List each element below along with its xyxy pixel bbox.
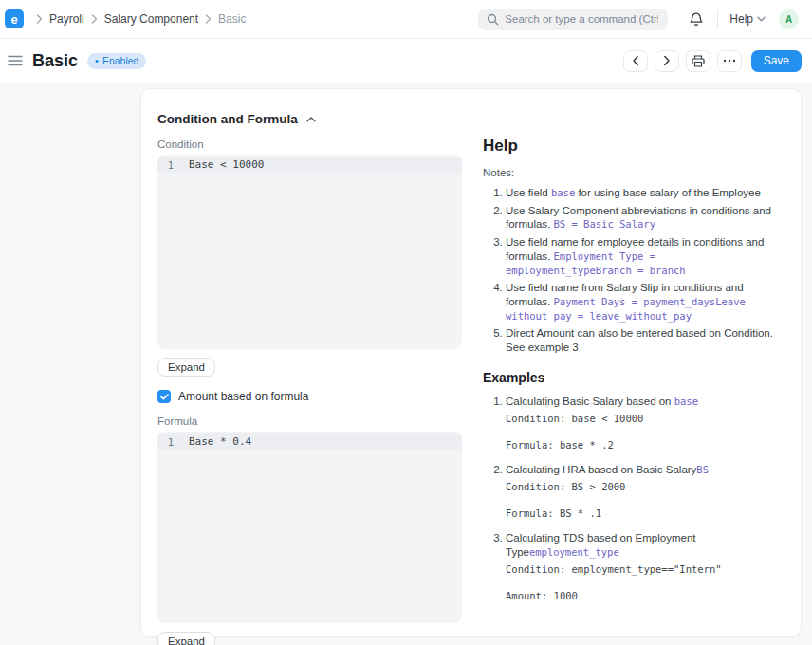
example-code-block: Condition: BS > 2000 Formula: BS * .1 — [506, 480, 778, 521]
section-title: Condition and Formula — [157, 112, 298, 126]
condition-editor[interactable]: 1 Base < 10000 — [157, 155, 462, 349]
help-notes-list: Use field base for using base salary of … — [483, 186, 778, 355]
help-example-item: Calculating Basic Salary based on baseCo… — [506, 395, 778, 452]
help-examples-list: Calculating Basic Salary based on baseCo… — [483, 395, 778, 602]
toolbar-actions: Save — [623, 50, 802, 72]
app-logo-icon[interactable]: e — [5, 9, 24, 28]
line-number: 1 — [157, 159, 182, 171]
editor-active-line: 1 Base * 0.4 — [157, 433, 462, 450]
notifications-button[interactable] — [687, 9, 706, 29]
formula-code: Base * 0.4 — [182, 435, 251, 448]
help-note-item: Use Salary Component abbreviations in co… — [506, 204, 778, 231]
navbar: e Payroll Salary Component Basic Help — [0, 0, 812, 39]
next-record-button[interactable] — [655, 50, 679, 72]
checkbox-label: Amount based on formula — [178, 390, 308, 403]
ellipsis-icon — [723, 59, 736, 63]
inline-code: BS = Basic Salary — [554, 218, 655, 230]
page-toolbar: Basic • Enabled Save — [0, 39, 812, 83]
amount-based-on-formula-checkbox[interactable]: Amount based on formula — [157, 390, 462, 403]
note-text: Direct Amount can also be entered based … — [506, 327, 773, 353]
divider — [717, 10, 718, 28]
chevron-right-icon — [663, 55, 671, 66]
note-text: Use field — [506, 187, 551, 198]
line-number: 1 — [157, 436, 182, 448]
condition-code: Base < 10000 — [182, 158, 264, 171]
printer-icon — [692, 55, 705, 67]
navbar-right: Help A — [687, 9, 799, 29]
inline-code: base — [551, 187, 575, 198]
search-icon — [487, 13, 499, 26]
status-badge: • Enabled — [87, 53, 146, 69]
condition-formula-column: Condition and Formula Condition 1 Base <… — [157, 112, 462, 621]
help-title: Help — [483, 137, 778, 156]
breadcrumb-salary-component[interactable]: Salary Component — [104, 12, 198, 26]
help-panel: Help Notes: Use field base for using bas… — [483, 112, 778, 621]
global-search — [478, 9, 668, 30]
chevron-right-icon — [36, 14, 43, 24]
help-note-item: Use field name from Salary Slip in condi… — [506, 281, 778, 322]
chevron-up-icon — [306, 117, 316, 122]
help-menu-label: Help — [729, 12, 753, 26]
example-title: Calculating Basic Salary based on base — [506, 395, 778, 409]
save-button[interactable]: Save — [751, 50, 802, 72]
chevron-right-icon — [205, 14, 212, 24]
example-title: Calculating TDS based on Employment Type… — [506, 531, 778, 559]
note-text: for using base salary of the Employee — [575, 187, 761, 198]
formula-editor[interactable]: 1 Base * 0.4 — [157, 432, 462, 623]
help-note-item: Use field base for using base salary of … — [506, 186, 778, 200]
status-dot: • — [95, 56, 99, 66]
note-text: Calculating HRA based on Basic Salary — [506, 464, 696, 475]
help-example-item: Calculating TDS based on Employment Type… — [506, 531, 778, 602]
example-title: Calculating HRA based on Basic SalaryBS — [506, 463, 778, 477]
example-code-block: Condition: base < 10000 Formula: base * … — [506, 412, 778, 452]
more-menu-button[interactable] — [717, 50, 742, 72]
formula-label: Formula — [157, 415, 462, 427]
avatar[interactable]: A — [779, 9, 799, 29]
chevron-left-icon — [632, 55, 639, 66]
examples-title: Examples — [483, 370, 778, 385]
section-condition-and-formula[interactable]: Condition and Formula — [157, 112, 462, 126]
expand-formula-button[interactable]: Expand — [157, 632, 215, 645]
form-card: Condition and Formula Condition 1 Base <… — [140, 88, 802, 637]
inline-code: base — [674, 396, 698, 407]
status-badge-label: Enabled — [102, 55, 139, 66]
breadcrumb-payroll[interactable]: Payroll — [49, 12, 84, 26]
search-input[interactable] — [478, 9, 668, 30]
print-button[interactable] — [686, 50, 710, 72]
help-note-item: Direct Amount can also be entered based … — [506, 326, 778, 354]
expand-condition-button[interactable]: Expand — [157, 358, 215, 377]
condition-label: Condition — [157, 138, 462, 150]
breadcrumb: Payroll Salary Component Basic — [29, 12, 246, 26]
hamburger-icon — [8, 54, 23, 67]
inline-code: employment_type — [529, 546, 619, 558]
checkbox-checked-icon — [157, 390, 171, 403]
help-example-item: Calculating HRA based on Basic SalaryBSC… — [506, 463, 778, 520]
prev-record-button[interactable] — [623, 50, 648, 72]
help-menu[interactable]: Help — [729, 12, 766, 26]
sidebar-toggle-button[interactable] — [6, 52, 25, 69]
chevron-right-icon — [91, 14, 98, 24]
inline-code: BS — [696, 464, 709, 475]
editor-active-line: 1 Base < 10000 — [157, 157, 462, 173]
bell-icon — [689, 11, 704, 28]
chevron-down-icon — [757, 16, 766, 22]
note-text: Calculating Basic Salary based on — [506, 396, 674, 407]
notes-label: Notes: — [483, 167, 778, 178]
page-title: Basic — [32, 51, 78, 71]
example-code-block: Condition: employment_type=="Intern" Amo… — [506, 562, 778, 603]
breadcrumb-basic[interactable]: Basic — [218, 12, 246, 26]
help-note-item: Use field name for employee details in c… — [506, 235, 778, 277]
